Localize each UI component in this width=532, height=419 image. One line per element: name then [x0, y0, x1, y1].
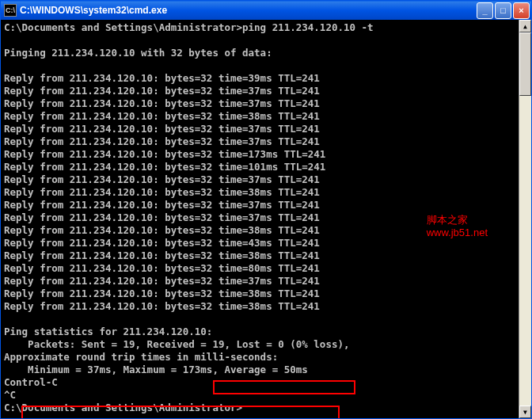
reply-line: Reply from 211.234.120.10: bytes=32 time…	[4, 186, 320, 198]
console-output[interactable]: C:\Documents and Settings\Administrator>…	[1, 20, 519, 418]
reply-line: Reply from 211.234.120.10: bytes=32 time…	[4, 211, 320, 223]
scroll-up-button[interactable]: ▲	[519, 20, 531, 32]
reply-line: Reply from 211.234.120.10: bytes=32 time…	[4, 288, 320, 299]
reply-line: Reply from 211.234.120.10: bytes=32 time…	[4, 173, 320, 185]
reply-line: Reply from 211.234.120.10: bytes=32 time…	[4, 72, 320, 84]
reply-line: Reply from 211.234.120.10: bytes=32 time…	[4, 262, 320, 274]
prompt-line-2: C:\Documents and Settings\Administrator>	[4, 402, 242, 413]
pinging-header: Pinging 211.234.120.10 with 32 bytes of …	[4, 47, 272, 59]
stats-header: Ping statistics for 211.234.120.10:	[4, 326, 212, 337]
close-button[interactable]: ×	[513, 2, 530, 19]
reply-line: Reply from 211.234.120.10: bytes=32 time…	[4, 161, 325, 173]
titlebar[interactable]: C:\ C:\WINDOWS\system32\cmd.exe _ □ ×	[1, 1, 531, 20]
vertical-scrollbar[interactable]: ▲ ▼	[519, 20, 531, 418]
scroll-track[interactable]	[519, 32, 531, 406]
stats-times: Minimum = 37ms, Maximum = 173ms, Average…	[4, 364, 308, 375]
reply-line: Reply from 211.234.120.10: bytes=32 time…	[4, 300, 320, 312]
reply-line: Reply from 211.234.120.10: bytes=32 time…	[4, 135, 320, 147]
reply-line: Reply from 211.234.120.10: bytes=32 time…	[4, 199, 320, 211]
reply-line: Reply from 211.234.120.10: bytes=32 time…	[4, 97, 320, 109]
reply-line: Reply from 211.234.120.10: bytes=32 time…	[4, 85, 320, 97]
reply-line: Reply from 211.234.120.10: bytes=32 time…	[4, 237, 320, 249]
caret-c: ^C	[4, 389, 16, 401]
highlight-lost	[213, 380, 355, 394]
maximize-button[interactable]: □	[495, 2, 511, 19]
prompt-line: C:\Documents and Settings\Administrator>…	[4, 21, 374, 33]
cmd-icon: C:\	[4, 4, 17, 17]
minimize-button[interactable]: _	[477, 2, 493, 19]
reply-line: Reply from 211.234.120.10: bytes=32 time…	[4, 275, 320, 287]
reply-line: Reply from 211.234.120.10: bytes=32 time…	[4, 123, 320, 135]
console-body: C:\Documents and Settings\Administrator>…	[1, 20, 531, 418]
window-controls: _ □ ×	[477, 2, 530, 19]
window-title: C:\WINDOWS\system32\cmd.exe	[20, 5, 477, 16]
stats-packets: Packets: Sent = 19, Received = 19, Lost …	[4, 338, 350, 350]
control-c: Control-C	[4, 376, 58, 388]
cmd-window: C:\ C:\WINDOWS\system32\cmd.exe _ □ × C:…	[0, 0, 532, 419]
scroll-down-button[interactable]: ▼	[519, 406, 531, 418]
stats-approx: Approximate round trip times in milli-se…	[4, 351, 278, 363]
reply-line: Reply from 211.234.120.10: bytes=32 time…	[4, 224, 320, 236]
reply-line: Reply from 211.234.120.10: bytes=32 time…	[4, 249, 320, 261]
scroll-thumb[interactable]	[519, 32, 531, 96]
reply-line: Reply from 211.234.120.10: bytes=32 time…	[4, 110, 320, 122]
reply-line: Reply from 211.234.120.10: bytes=32 time…	[4, 148, 325, 160]
